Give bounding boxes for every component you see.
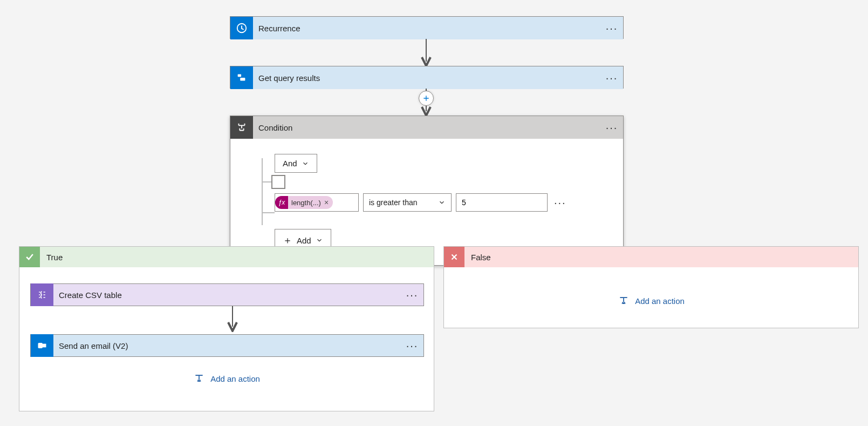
add-action-icon (193, 373, 205, 384)
step-csv-title: Create CSV table (53, 290, 401, 300)
condition-value-input[interactable] (456, 193, 548, 212)
connector-arrow (421, 39, 432, 67)
add-action-label: Add an action (635, 296, 685, 306)
outlook-icon (31, 334, 53, 357)
step-query[interactable]: Get query results ··· (230, 66, 624, 89)
step-recurrence-menu[interactable]: ··· (600, 22, 623, 35)
chevron-down-icon (316, 236, 323, 244)
expression-text: length(...) (291, 199, 321, 207)
fx-icon: ƒx (275, 196, 288, 209)
check-icon (19, 247, 40, 267)
connector-arrow (227, 306, 238, 332)
add-action-false[interactable]: Add an action (455, 295, 848, 306)
plus-icon: ＋ (283, 234, 292, 247)
step-email[interactable]: Send an email (V2) ··· (30, 334, 424, 357)
step-condition-menu[interactable]: ··· (600, 121, 623, 134)
step-email-menu[interactable]: ··· (401, 340, 423, 352)
condition-expression-field[interactable]: ƒx length(...) × (275, 193, 359, 212)
svg-rect-2 (238, 75, 241, 77)
branch-false-label: False (464, 253, 491, 262)
expression-token[interactable]: ƒx length(...) × (275, 196, 333, 209)
condition-tree-line (262, 181, 271, 182)
insert-step-button[interactable] (419, 91, 434, 106)
step-condition-title: Condition (253, 123, 600, 132)
flow-canvas: Recurrence ··· Get query results ··· (0, 0, 868, 426)
step-csv[interactable]: Create CSV table ··· (30, 283, 424, 306)
condition-operator-select[interactable]: is greater than (363, 193, 452, 212)
branch-true-label: True (40, 253, 63, 262)
chevron-down-icon (438, 199, 446, 206)
step-email-title: Send an email (V2) (53, 341, 401, 350)
clock-icon (230, 17, 253, 39)
step-csv-menu[interactable]: ··· (401, 289, 423, 301)
chevron-down-icon (302, 160, 309, 167)
condition-add-label: Add (297, 236, 311, 245)
condition-tree-line (262, 158, 263, 225)
condition-group-operator[interactable]: And (275, 154, 317, 173)
condition-operator-label: is greater than (369, 198, 418, 207)
add-action-label: Add an action (210, 374, 260, 383)
plus-icon (422, 94, 430, 103)
branch-false: False Add an action (443, 246, 859, 328)
condition-icon (230, 116, 253, 139)
step-query-menu[interactable]: ··· (600, 72, 623, 84)
expression-remove[interactable]: × (324, 198, 329, 207)
condition-group-box[interactable] (271, 175, 285, 189)
close-icon (444, 247, 464, 267)
step-query-title: Get query results (253, 73, 600, 83)
workspace-icon (230, 66, 253, 89)
add-action-true[interactable]: Add an action (30, 373, 423, 384)
svg-rect-3 (240, 78, 245, 81)
condition-group-operator-label: And (283, 159, 297, 168)
data-ops-icon (31, 283, 53, 306)
add-action-icon (618, 295, 630, 306)
condition-row-menu[interactable]: ··· (552, 197, 569, 209)
condition-tree-line (262, 212, 275, 213)
step-condition[interactable]: Condition ··· And ƒx length(...) × (230, 116, 624, 266)
svg-rect-7 (42, 344, 46, 348)
condition-row: ƒx length(...) × is greater than ··· (275, 193, 602, 212)
step-recurrence-title: Recurrence (253, 24, 600, 33)
branch-true: True Create CSV table ··· (19, 246, 434, 411)
step-recurrence[interactable]: Recurrence ··· (230, 16, 624, 39)
